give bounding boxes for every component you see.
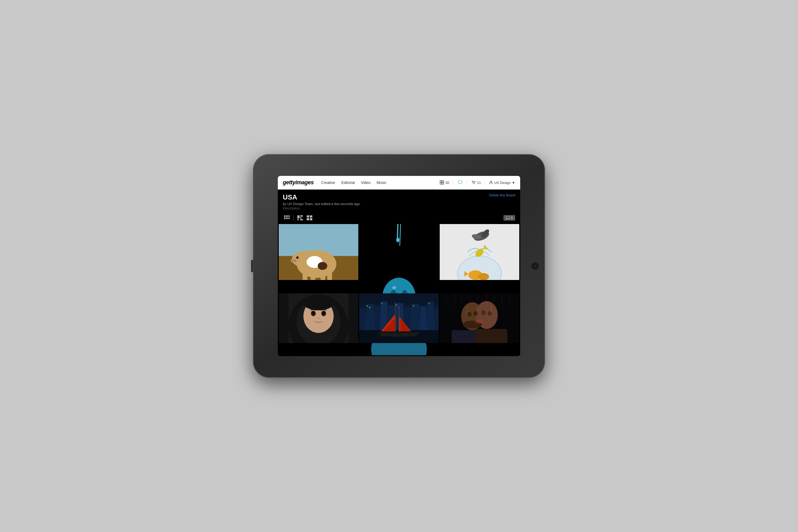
svg-point-52	[478, 273, 489, 280]
image-couple[interactable]	[440, 293, 519, 343]
svg-rect-74	[375, 306, 379, 330]
svg-rect-20	[310, 215, 312, 217]
svg-rect-23	[506, 216, 510, 219]
list-view-button[interactable]	[305, 214, 314, 221]
view-controls: 0	[278, 212, 520, 223]
svg-rect-9	[286, 215, 288, 217]
svg-rect-12	[286, 217, 288, 219]
svg-rect-89	[429, 303, 430, 304]
svg-point-116	[475, 319, 483, 323]
svg-point-67	[303, 294, 334, 310]
nav-item-music[interactable]: Music	[377, 180, 386, 185]
svg-rect-28	[310, 271, 315, 280]
svg-rect-27	[303, 271, 307, 280]
boards-action[interactable]: 30	[438, 180, 453, 185]
comment-count: 0	[511, 216, 513, 220]
svg-rect-81	[427, 301, 434, 330]
nav-item-video[interactable]: Video	[361, 180, 370, 185]
svg-rect-86	[396, 305, 397, 305]
home-button[interactable]	[531, 262, 539, 270]
svg-point-66	[323, 312, 324, 314]
svg-rect-19	[307, 215, 309, 217]
svg-rect-16	[300, 217, 301, 218]
svg-rect-73	[366, 304, 374, 330]
svg-rect-8	[284, 215, 286, 217]
couple-artwork	[440, 293, 519, 343]
user-menu[interactable]: UX Design ▼	[489, 180, 515, 185]
svg-rect-80	[420, 306, 426, 330]
svg-point-109	[468, 312, 472, 316]
svg-rect-68	[279, 293, 289, 343]
svg-rect-29	[320, 271, 325, 280]
svg-rect-3	[442, 183, 444, 184]
svg-rect-15	[300, 215, 303, 216]
goldfish-artwork	[440, 224, 519, 280]
svg-rect-88	[413, 305, 414, 306]
nav-item-editorial[interactable]: Editorial	[341, 180, 355, 185]
board-description: Description	[283, 206, 360, 210]
header-actions: 30	[438, 180, 515, 185]
image-goldfish[interactable]	[440, 224, 519, 280]
svg-rect-115	[475, 329, 507, 343]
tablet-device: gettyimages Creative Editorial Video Mus…	[253, 154, 545, 378]
svg-point-35	[290, 259, 297, 263]
dropdown-icon: ▼	[512, 181, 515, 185]
svg-rect-1	[442, 180, 444, 182]
app-header: gettyimages Creative Editorial Video Mus…	[278, 176, 520, 190]
nav-item-creative[interactable]: Creative	[321, 180, 335, 185]
comment-badge[interactable]: 0	[504, 215, 515, 221]
svg-point-110	[474, 311, 478, 316]
svg-rect-11	[284, 217, 286, 219]
svg-point-7	[490, 181, 492, 183]
svg-rect-4	[458, 180, 462, 183]
cart-action[interactable]: 11	[470, 180, 485, 185]
svg-point-33	[318, 262, 327, 270]
cart-count: 11	[477, 181, 481, 185]
image-woman-scarf[interactable]	[279, 293, 358, 343]
svg-rect-13	[288, 217, 290, 219]
image-red-boat[interactable]	[359, 293, 439, 343]
boards-icon	[440, 180, 444, 185]
svg-rect-17	[298, 219, 299, 220]
svg-point-47	[396, 238, 399, 242]
svg-rect-0	[440, 180, 441, 182]
svg-rect-30	[327, 271, 332, 280]
user-icon	[489, 180, 493, 185]
svg-point-5	[473, 183, 474, 184]
svg-rect-85	[382, 303, 383, 304]
svg-rect-72	[359, 308, 365, 330]
user-name: UX Design	[494, 181, 511, 185]
cart-icon	[471, 180, 476, 185]
svg-point-111	[481, 310, 486, 315]
svg-rect-10	[288, 215, 290, 217]
woman-artwork	[279, 293, 358, 343]
chat-action[interactable]	[457, 180, 467, 185]
svg-rect-82	[434, 308, 439, 330]
grid-view-button[interactable]	[283, 214, 291, 221]
svg-point-6	[474, 183, 475, 184]
svg-point-112	[488, 311, 492, 316]
image-grid	[278, 223, 520, 356]
boat-artwork	[359, 293, 439, 343]
image-cow[interactable]	[279, 224, 358, 280]
boards-count: 30	[445, 181, 449, 185]
svg-rect-21	[307, 218, 309, 220]
svg-point-65	[312, 312, 314, 314]
board-title: USA	[283, 193, 360, 201]
svg-rect-22	[310, 218, 312, 220]
cow-artwork	[279, 224, 358, 280]
svg-rect-69	[348, 293, 358, 343]
main-nav: Creative Editorial Video Music	[321, 180, 438, 185]
delete-board-button[interactable]: Delete this Board	[489, 193, 515, 197]
view-divider	[293, 215, 294, 221]
svg-rect-14	[298, 215, 300, 218]
svg-rect-83	[367, 305, 368, 306]
mosaic-view-button[interactable]	[296, 214, 304, 221]
svg-rect-18	[300, 219, 303, 220]
tablet-screen: gettyimages Creative Editorial Video Mus…	[278, 176, 520, 356]
board-header: USA by UX Design Team, last edited a few…	[278, 190, 520, 212]
svg-point-36	[292, 260, 293, 261]
chat-icon	[458, 180, 462, 185]
svg-rect-2	[440, 183, 441, 184]
getty-logo: gettyimages	[283, 179, 314, 186]
